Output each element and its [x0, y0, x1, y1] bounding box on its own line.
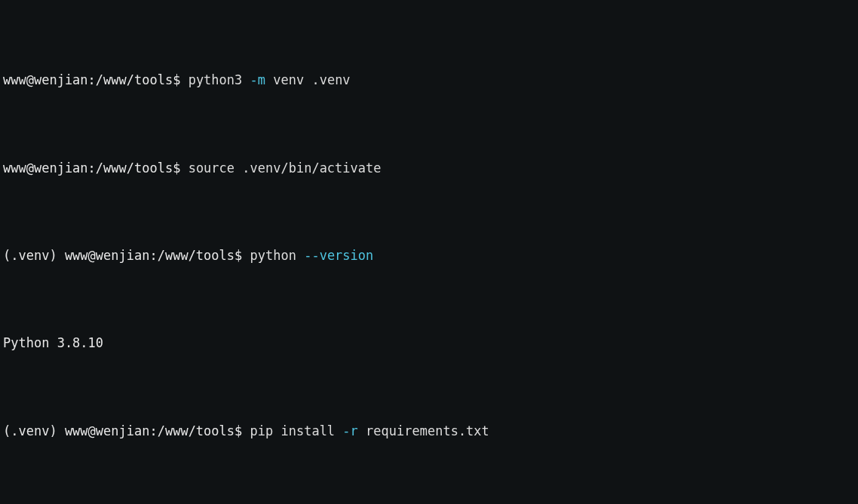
prompt: www@wenjian:/www/tools$: [3, 160, 188, 176]
cmd-text: python: [250, 248, 305, 263]
terminal[interactable]: www@wenjian:/www/tools$ python3 -m venv …: [0, 0, 858, 504]
cmd-line-4: (.venv) www@wenjian:/www/tools$ pip inst…: [3, 423, 855, 440]
cmd-line-3: (.venv) www@wenjian:/www/tools$ python -…: [3, 247, 855, 264]
python-version-output: Python 3.8.10: [3, 334, 855, 352]
cmd-rest: requirements.txt: [358, 423, 489, 438]
cmd-text: source .venv/bin/activate: [188, 160, 382, 176]
prompt-venv: (.venv) www@wenjian:/www/tools$: [3, 248, 250, 263]
cmd-line-2: www@wenjian:/www/tools$ source .venv/bin…: [3, 160, 855, 177]
cmd-text: python3: [188, 72, 250, 87]
cmd-text: pip install: [250, 423, 343, 438]
cmd-flag: -r: [342, 423, 357, 438]
prompt-venv: (.venv) www@wenjian:/www/tools$: [3, 423, 250, 438]
cmd-flag: --version: [304, 248, 373, 263]
cmd-line-1: www@wenjian:/www/tools$ python3 -m venv …: [3, 72, 855, 89]
cmd-rest: venv .venv: [265, 72, 351, 87]
cmd-flag: -m: [250, 72, 265, 87]
prompt: www@wenjian:/www/tools$: [3, 72, 188, 87]
